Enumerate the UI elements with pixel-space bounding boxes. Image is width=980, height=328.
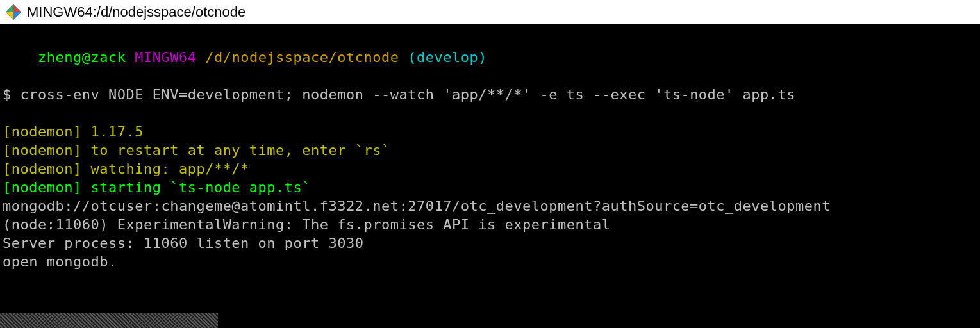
prompt-path: /d/nodejsspace/otcnode <box>205 49 399 65</box>
taskbar-fragment <box>0 313 218 328</box>
nodemon-watching: [nodemon] watching: app/**/* <box>3 160 977 178</box>
experimental-warning-line: (node:11060) ExperimentalWarning: The fs… <box>3 215 977 234</box>
nodemon-starting: [nodemon] starting `ts-node app.ts` <box>3 178 977 197</box>
nodemon-restart: [nodemon] to restart at any time, enter … <box>3 141 977 160</box>
mongo-uri-line: mongodb://otcuser:changeme@atomintl.f332… <box>3 197 977 215</box>
prompt-branch: (develop) <box>408 49 487 65</box>
open-mongodb-line: open mongodb. <box>3 252 977 271</box>
command-text: cross-env NODE_ENV=development; nodemon … <box>21 86 796 102</box>
mingw-icon <box>5 4 22 20</box>
blank-line <box>3 104 977 122</box>
prompt-user-host: zheng@zack <box>38 49 126 65</box>
window-title: MINGW64:/d/nodejsspace/otcnode <box>27 4 245 20</box>
terminal-area[interactable]: zheng@zack MINGW64 /d/nodejsspace/otcnod… <box>0 26 980 274</box>
window-title-bar: MINGW64:/d/nodejsspace/otcnode <box>0 0 980 26</box>
prompt-env: MINGW64 <box>135 49 196 65</box>
prompt-line: zheng@zack MINGW64 /d/nodejsspace/otcnod… <box>3 29 977 85</box>
server-process-line: Server process: 11060 listen on port 303… <box>3 234 977 252</box>
nodemon-version: [nodemon] 1.17.5 <box>3 122 977 141</box>
command-line: $ cross-env NODE_ENV=development; nodemo… <box>3 85 977 104</box>
prompt-symbol: $ <box>3 86 12 102</box>
